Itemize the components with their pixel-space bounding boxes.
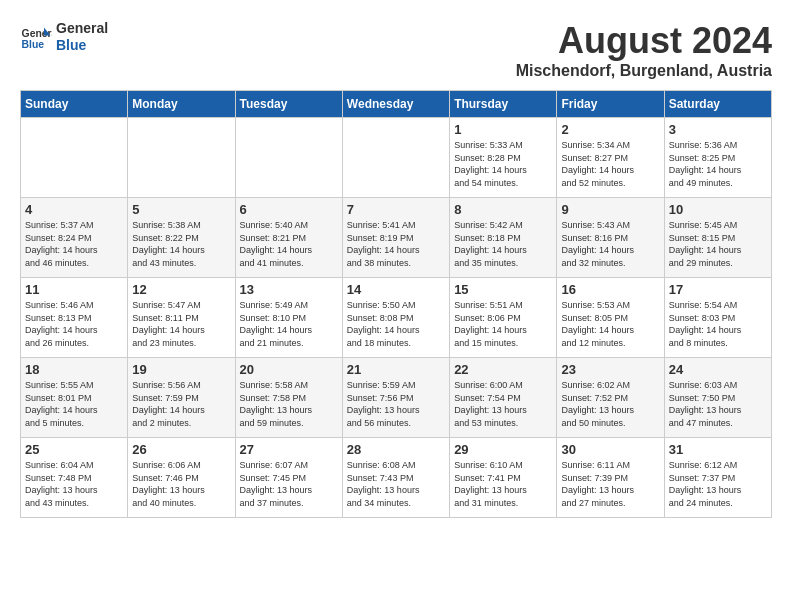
cell-content: Sunrise: 5:43 AM Sunset: 8:16 PM Dayligh… bbox=[561, 219, 659, 269]
cell-content: Sunrise: 5:45 AM Sunset: 8:15 PM Dayligh… bbox=[669, 219, 767, 269]
calendar-cell: 11Sunrise: 5:46 AM Sunset: 8:13 PM Dayli… bbox=[21, 278, 128, 358]
calendar-cell: 10Sunrise: 5:45 AM Sunset: 8:15 PM Dayli… bbox=[664, 198, 771, 278]
calendar-cell: 22Sunrise: 6:00 AM Sunset: 7:54 PM Dayli… bbox=[450, 358, 557, 438]
calendar-cell: 15Sunrise: 5:51 AM Sunset: 8:06 PM Dayli… bbox=[450, 278, 557, 358]
cell-content: Sunrise: 6:11 AM Sunset: 7:39 PM Dayligh… bbox=[561, 459, 659, 509]
cell-content: Sunrise: 6:06 AM Sunset: 7:46 PM Dayligh… bbox=[132, 459, 230, 509]
calendar-cell bbox=[235, 118, 342, 198]
calendar-cell: 9Sunrise: 5:43 AM Sunset: 8:16 PM Daylig… bbox=[557, 198, 664, 278]
day-number: 4 bbox=[25, 202, 123, 217]
calendar-cell: 2Sunrise: 5:34 AM Sunset: 8:27 PM Daylig… bbox=[557, 118, 664, 198]
day-number: 25 bbox=[25, 442, 123, 457]
calendar-cell: 29Sunrise: 6:10 AM Sunset: 7:41 PM Dayli… bbox=[450, 438, 557, 518]
weekday-header-row: SundayMondayTuesdayWednesdayThursdayFrid… bbox=[21, 91, 772, 118]
day-number: 29 bbox=[454, 442, 552, 457]
cell-content: Sunrise: 6:03 AM Sunset: 7:50 PM Dayligh… bbox=[669, 379, 767, 429]
cell-content: Sunrise: 5:50 AM Sunset: 8:08 PM Dayligh… bbox=[347, 299, 445, 349]
weekday-header-sunday: Sunday bbox=[21, 91, 128, 118]
day-number: 1 bbox=[454, 122, 552, 137]
calendar-week-row: 18Sunrise: 5:55 AM Sunset: 8:01 PM Dayli… bbox=[21, 358, 772, 438]
month-year-title: August 2024 bbox=[516, 20, 772, 62]
svg-text:Blue: Blue bbox=[22, 39, 45, 50]
calendar-table: SundayMondayTuesdayWednesdayThursdayFrid… bbox=[20, 90, 772, 518]
day-number: 8 bbox=[454, 202, 552, 217]
calendar-cell: 26Sunrise: 6:06 AM Sunset: 7:46 PM Dayli… bbox=[128, 438, 235, 518]
cell-content: Sunrise: 5:47 AM Sunset: 8:11 PM Dayligh… bbox=[132, 299, 230, 349]
calendar-cell: 8Sunrise: 5:42 AM Sunset: 8:18 PM Daylig… bbox=[450, 198, 557, 278]
day-number: 17 bbox=[669, 282, 767, 297]
day-number: 15 bbox=[454, 282, 552, 297]
logo: General Blue General Blue bbox=[20, 20, 108, 54]
calendar-cell: 7Sunrise: 5:41 AM Sunset: 8:19 PM Daylig… bbox=[342, 198, 449, 278]
cell-content: Sunrise: 5:58 AM Sunset: 7:58 PM Dayligh… bbox=[240, 379, 338, 429]
cell-content: Sunrise: 5:40 AM Sunset: 8:21 PM Dayligh… bbox=[240, 219, 338, 269]
day-number: 18 bbox=[25, 362, 123, 377]
cell-content: Sunrise: 6:02 AM Sunset: 7:52 PM Dayligh… bbox=[561, 379, 659, 429]
day-number: 2 bbox=[561, 122, 659, 137]
calendar-cell: 3Sunrise: 5:36 AM Sunset: 8:25 PM Daylig… bbox=[664, 118, 771, 198]
day-number: 22 bbox=[454, 362, 552, 377]
cell-content: Sunrise: 5:51 AM Sunset: 8:06 PM Dayligh… bbox=[454, 299, 552, 349]
calendar-cell: 17Sunrise: 5:54 AM Sunset: 8:03 PM Dayli… bbox=[664, 278, 771, 358]
cell-content: Sunrise: 5:36 AM Sunset: 8:25 PM Dayligh… bbox=[669, 139, 767, 189]
day-number: 13 bbox=[240, 282, 338, 297]
day-number: 7 bbox=[347, 202, 445, 217]
weekday-header-friday: Friday bbox=[557, 91, 664, 118]
calendar-cell bbox=[342, 118, 449, 198]
day-number: 26 bbox=[132, 442, 230, 457]
day-number: 6 bbox=[240, 202, 338, 217]
calendar-cell: 27Sunrise: 6:07 AM Sunset: 7:45 PM Dayli… bbox=[235, 438, 342, 518]
cell-content: Sunrise: 5:49 AM Sunset: 8:10 PM Dayligh… bbox=[240, 299, 338, 349]
calendar-cell: 28Sunrise: 6:08 AM Sunset: 7:43 PM Dayli… bbox=[342, 438, 449, 518]
day-number: 10 bbox=[669, 202, 767, 217]
day-number: 27 bbox=[240, 442, 338, 457]
day-number: 3 bbox=[669, 122, 767, 137]
logo-text-blue: Blue bbox=[56, 37, 108, 54]
calendar-cell: 1Sunrise: 5:33 AM Sunset: 8:28 PM Daylig… bbox=[450, 118, 557, 198]
cell-content: Sunrise: 6:12 AM Sunset: 7:37 PM Dayligh… bbox=[669, 459, 767, 509]
cell-content: Sunrise: 6:08 AM Sunset: 7:43 PM Dayligh… bbox=[347, 459, 445, 509]
cell-content: Sunrise: 6:07 AM Sunset: 7:45 PM Dayligh… bbox=[240, 459, 338, 509]
cell-content: Sunrise: 5:37 AM Sunset: 8:24 PM Dayligh… bbox=[25, 219, 123, 269]
cell-content: Sunrise: 6:00 AM Sunset: 7:54 PM Dayligh… bbox=[454, 379, 552, 429]
day-number: 30 bbox=[561, 442, 659, 457]
calendar-cell: 12Sunrise: 5:47 AM Sunset: 8:11 PM Dayli… bbox=[128, 278, 235, 358]
calendar-week-row: 25Sunrise: 6:04 AM Sunset: 7:48 PM Dayli… bbox=[21, 438, 772, 518]
cell-content: Sunrise: 5:46 AM Sunset: 8:13 PM Dayligh… bbox=[25, 299, 123, 349]
calendar-cell: 18Sunrise: 5:55 AM Sunset: 8:01 PM Dayli… bbox=[21, 358, 128, 438]
cell-content: Sunrise: 5:56 AM Sunset: 7:59 PM Dayligh… bbox=[132, 379, 230, 429]
calendar-cell: 20Sunrise: 5:58 AM Sunset: 7:58 PM Dayli… bbox=[235, 358, 342, 438]
calendar-cell: 31Sunrise: 6:12 AM Sunset: 7:37 PM Dayli… bbox=[664, 438, 771, 518]
cell-content: Sunrise: 5:53 AM Sunset: 8:05 PM Dayligh… bbox=[561, 299, 659, 349]
weekday-header-tuesday: Tuesday bbox=[235, 91, 342, 118]
logo-text-general: General bbox=[56, 20, 108, 37]
day-number: 14 bbox=[347, 282, 445, 297]
calendar-cell: 14Sunrise: 5:50 AM Sunset: 8:08 PM Dayli… bbox=[342, 278, 449, 358]
location-subtitle: Mischendorf, Burgenland, Austria bbox=[516, 62, 772, 80]
day-number: 12 bbox=[132, 282, 230, 297]
day-number: 24 bbox=[669, 362, 767, 377]
title-area: August 2024 Mischendorf, Burgenland, Aus… bbox=[516, 20, 772, 80]
calendar-week-row: 1Sunrise: 5:33 AM Sunset: 8:28 PM Daylig… bbox=[21, 118, 772, 198]
calendar-cell: 23Sunrise: 6:02 AM Sunset: 7:52 PM Dayli… bbox=[557, 358, 664, 438]
calendar-cell bbox=[21, 118, 128, 198]
cell-content: Sunrise: 5:34 AM Sunset: 8:27 PM Dayligh… bbox=[561, 139, 659, 189]
cell-content: Sunrise: 6:04 AM Sunset: 7:48 PM Dayligh… bbox=[25, 459, 123, 509]
cell-content: Sunrise: 5:41 AM Sunset: 8:19 PM Dayligh… bbox=[347, 219, 445, 269]
calendar-cell: 19Sunrise: 5:56 AM Sunset: 7:59 PM Dayli… bbox=[128, 358, 235, 438]
day-number: 9 bbox=[561, 202, 659, 217]
cell-content: Sunrise: 5:54 AM Sunset: 8:03 PM Dayligh… bbox=[669, 299, 767, 349]
calendar-cell bbox=[128, 118, 235, 198]
calendar-week-row: 4Sunrise: 5:37 AM Sunset: 8:24 PM Daylig… bbox=[21, 198, 772, 278]
calendar-week-row: 11Sunrise: 5:46 AM Sunset: 8:13 PM Dayli… bbox=[21, 278, 772, 358]
day-number: 21 bbox=[347, 362, 445, 377]
calendar-cell: 24Sunrise: 6:03 AM Sunset: 7:50 PM Dayli… bbox=[664, 358, 771, 438]
calendar-cell: 25Sunrise: 6:04 AM Sunset: 7:48 PM Dayli… bbox=[21, 438, 128, 518]
calendar-cell: 13Sunrise: 5:49 AM Sunset: 8:10 PM Dayli… bbox=[235, 278, 342, 358]
calendar-cell: 4Sunrise: 5:37 AM Sunset: 8:24 PM Daylig… bbox=[21, 198, 128, 278]
logo-icon: General Blue bbox=[20, 21, 52, 53]
day-number: 11 bbox=[25, 282, 123, 297]
day-number: 23 bbox=[561, 362, 659, 377]
calendar-cell: 6Sunrise: 5:40 AM Sunset: 8:21 PM Daylig… bbox=[235, 198, 342, 278]
header: General Blue General Blue August 2024 Mi… bbox=[20, 20, 772, 80]
